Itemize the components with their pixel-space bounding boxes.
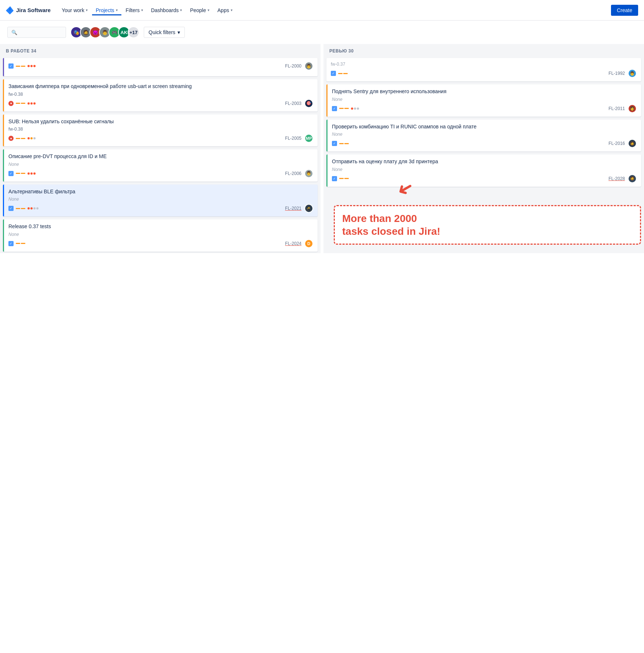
brand-name: Jira Software [16, 7, 51, 13]
card-none: None [8, 232, 313, 237]
chevron-down-icon: ▾ [141, 8, 143, 12]
card-id: FL-1992 [608, 71, 625, 76]
card-title: Проверить комбинацию TI и RUNIC опампов … [332, 123, 637, 131]
card-bottom: FL-2003 🎯 [8, 99, 313, 108]
chevron-down-icon: ▾ [208, 8, 209, 12]
jira-logo[interactable]: Jira Software [6, 6, 51, 14]
priority-medium-icon [16, 208, 25, 209]
card-avatar: MP [304, 134, 313, 143]
card-fl2024[interactable]: Release 0.37 tests None FL-2024 D [3, 219, 318, 252]
card-fl2011[interactable]: Поднять Sentry для внутреннего использов… [326, 84, 641, 117]
card-id-avatar: FL-2011 👩 [608, 104, 637, 113]
dot [36, 207, 39, 209]
checkbox-icon [8, 63, 14, 69]
annotation-box: More than 2000 tasks closed in Jira! [334, 205, 641, 245]
card-fl2028[interactable]: Отправить на оценку плату для 3d принтер… [326, 154, 641, 187]
card-id: FL-2028 [608, 176, 625, 181]
nav-dashboards-btn[interactable]: Dashboards ▾ [147, 5, 186, 15]
cards-review: fw-0.37 FL-1992 👨 Поднять Sentry для вну… [323, 56, 644, 188]
nav-your-work-btn[interactable]: Your work ▾ [58, 5, 91, 15]
card-title: Альтернативы BLE фильтра [8, 188, 313, 196]
checkbox-icon [8, 171, 14, 176]
card-id: FL-2006 [285, 171, 301, 176]
priority-medium-icon [16, 66, 25, 67]
card-bottom: FL-2024 D [8, 239, 313, 248]
card-fl2000[interactable]: FL-2000 👨 [3, 58, 318, 76]
priority-medium-icon [339, 178, 349, 179]
card-none: None [8, 197, 313, 202]
card-title: SUB: Нельзя удалить сохранённые сигналы [8, 118, 313, 125]
dots-indicator [28, 65, 36, 67]
card-bottom: FL-1992 👨 [331, 69, 637, 78]
card-bottom: FL-2006 👨 [8, 169, 313, 178]
nav-filters-btn[interactable]: Filters ▾ [122, 5, 147, 15]
card-avatar: 👨 [304, 62, 313, 70]
card-fl2016[interactable]: Проверить комбинацию TI и RUNIC опампов … [326, 120, 641, 152]
checkbox-icon [332, 176, 337, 181]
search-input[interactable] [19, 29, 62, 35]
card-fl2005[interactable]: SUB: Нельзя удалить сохранённые сигналы … [3, 114, 318, 147]
nav-your-work: Your work ▾ [58, 5, 91, 15]
dot [33, 65, 36, 67]
nav-dashboards: Dashboards ▾ [147, 5, 186, 15]
priority-medium-icon [16, 138, 25, 139]
dot [30, 137, 33, 139]
card-icons [8, 63, 36, 69]
dot [33, 207, 36, 209]
column-review: РЕВЬЮ 30 fw-0.37 FL-1992 👨 По [321, 44, 644, 253]
column-in-progress-header: В РАБОТЕ 34 [0, 44, 321, 56]
priority-medium-icon [16, 103, 25, 104]
dot [357, 107, 359, 110]
card-id: FL-2021 [285, 206, 301, 211]
create-button[interactable]: Create [611, 5, 638, 16]
card-none: None [8, 162, 313, 167]
column-review-header: РЕВЬЮ 30 [323, 44, 644, 56]
card-id-avatar: FL-2003 🎯 [285, 99, 313, 108]
card-avatar: 👨 [304, 169, 313, 178]
toolbar: 🔍 🎭 🧔 😈 👨 🎮 AK +17 Quick filters ▾ [0, 21, 644, 44]
cards-in-progress: FL-2000 👨 Зависания флиппера при одновре… [0, 56, 321, 253]
card-fl2021[interactable]: Альтернативы BLE фильтра None [3, 185, 318, 217]
nav-projects-btn[interactable]: Projects ▾ [92, 5, 121, 15]
card-id-avatar: FL-2006 👨 [285, 169, 313, 178]
card-none: None [332, 132, 637, 137]
dot [354, 107, 356, 110]
navbar: Jira Software Your work ▾ Projects ▾ Fil… [0, 0, 644, 21]
card-icons [8, 206, 39, 211]
card-none: None [332, 97, 637, 102]
version-label: fw-0.37 [331, 62, 637, 67]
card-icons [8, 171, 36, 176]
card-bottom: FL-2011 👩 [332, 104, 637, 113]
card-fl2003[interactable]: Зависания флиппера при одновременной раб… [3, 79, 318, 112]
annotation-area: ➜ More than 2000 tasks closed in Jira! [323, 188, 644, 248]
nav-apps-btn[interactable]: Apps ▾ [214, 5, 236, 15]
card-bottom: FL-2005 MP [8, 134, 313, 143]
card-subtitle: fw-0.38 [8, 92, 313, 97]
checkbox-icon [332, 106, 337, 111]
board: В РАБОТЕ 34 FL-2000 [0, 44, 644, 260]
chevron-down-icon: ▾ [231, 8, 233, 12]
dot [28, 137, 30, 139]
card-icons [8, 136, 36, 141]
jira-diamond-icon [6, 6, 14, 14]
dot [30, 102, 33, 105]
dot [28, 102, 30, 105]
avatar-more[interactable]: +17 [128, 26, 139, 38]
quick-filters-button[interactable]: Quick filters ▾ [144, 27, 185, 38]
nav-projects: Projects ▾ [92, 5, 121, 15]
card-fl1992[interactable]: fw-0.37 FL-1992 👨 [326, 58, 641, 81]
priority-medium-icon [339, 143, 349, 144]
card-fl2006[interactable]: Описание pre-DVT процесса для ID и ME No… [3, 149, 318, 182]
card-avatar: D [304, 239, 313, 248]
nav-people-btn[interactable]: People ▾ [186, 5, 213, 15]
dot [351, 107, 353, 110]
search-box[interactable]: 🔍 [7, 27, 66, 38]
dot [28, 172, 30, 175]
dot [30, 65, 33, 67]
card-none: None [332, 167, 637, 172]
checkbox-icon [8, 206, 14, 211]
search-icon: 🔍 [11, 30, 17, 35]
card-avatar: 👩 [628, 104, 637, 113]
annotation-text-line1: More than 2000 [342, 212, 633, 225]
card-icons [332, 176, 349, 181]
